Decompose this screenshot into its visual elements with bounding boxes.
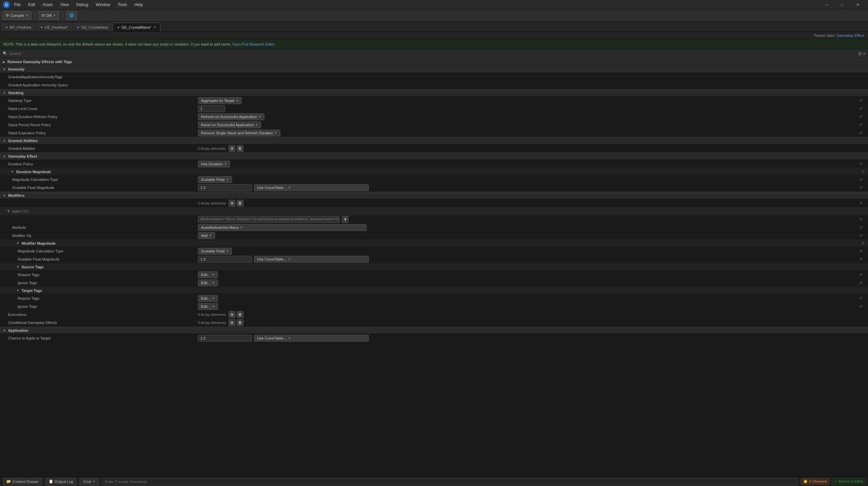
section-granted-abilities[interactable]: ▼ Granted Abilities — [0, 137, 868, 144]
chance-to-apply-curve-dropdown[interactable]: Use CurveTable... ▼ — [254, 335, 369, 342]
executions-delete-btn[interactable]: 🗑 — [237, 311, 244, 318]
open-blueprint-link[interactable]: Open Full Blueprint Editor — [232, 42, 275, 46]
tab-ge-firearea[interactable]: ● GE_FireArea* — [36, 23, 72, 31]
stack-limit-count-reset[interactable]: ↺ — [858, 106, 864, 112]
modifiers-reset[interactable]: ↺ — [858, 200, 864, 206]
subsection-source-tags[interactable]: ▼ Source Tags — [0, 263, 868, 271]
parent-class-link[interactable]: Gameplay Effect — [837, 33, 864, 37]
attribute-long-input[interactable]: {AttributeName="Mana",Attribute="/Script… — [198, 216, 340, 223]
minimize-button[interactable]: ─ — [819, 0, 834, 9]
stacking-type-dropdown[interactable]: Aggregate by Target ▼ — [198, 97, 242, 104]
section-application[interactable]: ▼ Application — [0, 327, 868, 334]
search-input[interactable] — [9, 52, 856, 56]
tab-ge-crystalheal[interactable]: ● GE_CrystalHeal — [73, 23, 112, 31]
stack-duration-refresh-dropdown[interactable]: Refresh on Successful Application ▼ — [198, 113, 264, 120]
diff-dropdown-arrow[interactable]: ▼ — [53, 14, 56, 17]
require-tags-src-dropdown[interactable]: Edit... ▼ — [198, 271, 218, 278]
stack-duration-refresh-reset[interactable]: ↺ — [858, 114, 864, 120]
attribute-dropdown[interactable]: AuraAttributeSet.Mana ▼ — [198, 224, 367, 231]
subsection-modifier-magnitude[interactable]: ▼ Modifier Magnitude ↺ — [0, 240, 868, 247]
subsection-duration-magnitude[interactable]: ▼ Duration Magnitude ↺ — [0, 168, 868, 176]
ignore-tags-tgt-reset[interactable]: ↺ — [858, 303, 864, 309]
modifier-op-dropdown[interactable]: Add ▼ — [198, 232, 215, 239]
duration-policy-reset[interactable]: ↺ — [858, 161, 864, 167]
scalable-float-input[interactable] — [198, 184, 252, 191]
conditional-effects-delete-btn[interactable]: 🗑 — [237, 319, 244, 326]
prop-ignore-tags-tgt: Ignore Tags Edit... ▼ ↺ — [0, 302, 868, 310]
tab-bp-firearea[interactable]: ● BP_FireArea — [1, 23, 35, 31]
cmd-tab[interactable]: Cmd ▼ — [79, 478, 99, 485]
prop-stack-expiration: Stack Expiration Policy Remove Single St… — [0, 129, 868, 137]
prop-magnitude-calc-type: Magnitude Calculation Type Scalable Floa… — [0, 176, 868, 184]
section-immunity[interactable]: ▼ Immunity — [0, 65, 868, 73]
granted-abilities-delete-btn[interactable]: 🗑 — [237, 145, 244, 152]
menu-tools[interactable]: Tools — [116, 2, 128, 8]
ignore-tags-tgt-dropdown[interactable]: Edit... ▼ — [198, 303, 218, 310]
require-tags-tgt-reset[interactable]: ↺ — [858, 295, 864, 301]
modifiers-add-btn[interactable]: ⊕ — [229, 200, 235, 207]
menu-view[interactable]: View — [59, 2, 70, 8]
stack-expiration-reset[interactable]: ↺ — [858, 130, 864, 136]
scalable-float-reset[interactable]: ↺ — [858, 185, 864, 191]
menu-debug[interactable]: Debug — [75, 2, 90, 8]
require-tags-tgt-dropdown[interactable]: Edit... ▼ — [198, 295, 218, 302]
maximize-button[interactable]: □ — [835, 0, 850, 9]
duration-magnitude-reset[interactable]: ↺ — [860, 169, 866, 175]
subsection-target-tags[interactable]: ▼ Target Tags — [0, 287, 868, 294]
duration-policy-dropdown[interactable]: Has Duration ▼ — [198, 161, 230, 167]
scalable-float-curve-dropdown[interactable]: Use CurveTable... ▼ — [254, 184, 369, 191]
stack-period-reset-dropdown[interactable]: Reset on Successful Application ▼ — [198, 122, 261, 128]
attribute-long-dropdown[interactable]: ▼ — [342, 216, 349, 223]
require-tags-src-reset[interactable]: ↺ — [858, 272, 864, 278]
grid-view-icon[interactable]: ⊞ — [858, 51, 862, 56]
menu-asset[interactable]: Asset — [41, 2, 54, 8]
menu-window[interactable]: Window — [94, 2, 111, 8]
stack-expiration-dropdown[interactable]: Remove Single Stack and Refresh Duration… — [198, 130, 280, 136]
magnitude-calc-type-dropdown[interactable]: Scalable Float ▼ — [198, 176, 232, 183]
stack-limit-count-input[interactable] — [198, 105, 225, 112]
mod-scalable-float-curve-dropdown[interactable]: Use CurveTable... ▼ — [254, 256, 369, 263]
mod-scalable-float-reset[interactable]: ↺ — [858, 256, 864, 262]
attribute-reset[interactable]: ↺ — [858, 224, 864, 231]
conditional-effects-add-btn[interactable]: ⊕ — [229, 319, 235, 326]
menu-edit[interactable]: Edit — [27, 2, 36, 8]
executions-add-btn[interactable]: ⊕ — [229, 311, 235, 318]
ignore-tags-src-dropdown[interactable]: Edit... ▼ — [198, 279, 218, 286]
granted-abilities-add-btn[interactable]: ⊕ — [229, 145, 235, 152]
prop-granted-immunity-query: Granted Application Immunity Query — [0, 81, 868, 89]
stack-period-reset-reset[interactable]: ↺ — [858, 122, 864, 128]
diff-button[interactable]: ⇄ Diff ▼ — [39, 11, 59, 20]
mod-magnitude-calc-type-dropdown[interactable]: Scalable Float ▼ — [198, 248, 232, 254]
compile-dropdown-arrow[interactable]: ▼ — [25, 14, 28, 17]
compile-button[interactable]: ⚙ Compile ▼ — [3, 11, 31, 20]
content-drawer-tab[interactable]: 📂 Content Drawer — [3, 478, 42, 485]
tab-ge-crystalmana[interactable]: ● GE_CrystalMana* ✕ — [113, 23, 160, 31]
menu-help[interactable]: Help — [133, 2, 144, 8]
index-header-0[interactable]: ▼ Index [ 0 ] — [0, 207, 868, 215]
mod-magnitude-calc-type-reset[interactable]: ↺ — [858, 248, 864, 254]
source-control-badge[interactable]: ✓ Source Control — [832, 478, 865, 485]
section-gameplay-effect[interactable]: ▼ Gameplay Effect — [0, 153, 868, 160]
section-remove-stack[interactable]: ▶ Remove Gameplay Effects with Tags — [0, 58, 868, 65]
magnitude-calc-type-value: Scalable Float ▼ ↺ — [196, 176, 868, 183]
section-stacking[interactable]: ▼ Stacking — [0, 89, 868, 97]
browse-button[interactable]: 🌐 — [66, 11, 77, 20]
modifiers-delete-btn[interactable]: 🗑 — [237, 200, 244, 207]
mod-scalable-float-input[interactable] — [198, 256, 252, 263]
ignore-tags-src-reset[interactable]: ↺ — [858, 280, 864, 286]
index-arrow-0: ▼ — [7, 209, 10, 213]
list-view-icon[interactable]: ≡ — [863, 51, 865, 56]
output-log-tab[interactable]: 📋 Output Log — [45, 478, 77, 485]
menu-file[interactable]: File — [13, 2, 22, 8]
magnitude-calc-type-reset[interactable]: ↺ — [858, 177, 864, 183]
modifier-magnitude-reset[interactable]: ↺ — [860, 240, 866, 246]
require-tags-tgt-arrow: ▼ — [212, 297, 215, 300]
stacking-type-reset[interactable]: ↺ — [858, 98, 864, 104]
chance-to-apply-input[interactable] — [198, 335, 252, 342]
modifier-op-reset[interactable]: ↺ — [858, 233, 864, 239]
tab-close-ge-crystalmana[interactable]: ✕ — [153, 25, 156, 29]
section-modifiers[interactable]: ▼ Modifiers — [0, 192, 868, 199]
console-command-input[interactable] — [102, 478, 798, 485]
attribute-long-reset[interactable]: ↺ — [858, 216, 864, 222]
close-button[interactable]: ✕ — [850, 0, 865, 9]
